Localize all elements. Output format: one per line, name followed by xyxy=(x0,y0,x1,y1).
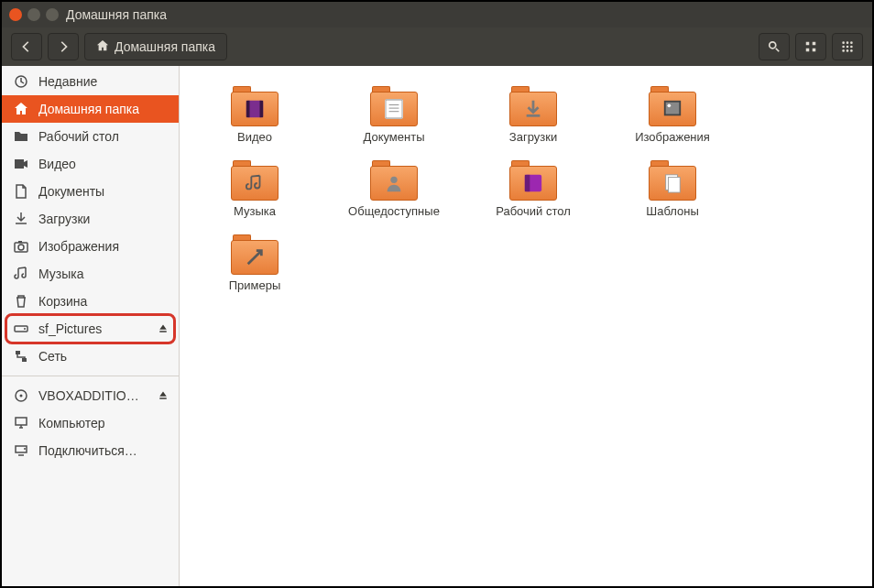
svg-point-9 xyxy=(847,46,849,49)
eject-button[interactable] xyxy=(155,321,171,337)
nav-forward-button[interactable] xyxy=(48,33,79,60)
folder-видео[interactable]: Видео xyxy=(187,82,322,147)
svg-point-27 xyxy=(24,448,26,450)
drive-icon xyxy=(13,321,29,337)
svg-point-17 xyxy=(18,245,24,250)
sidebar-item-домашняя-папка[interactable]: Домашняя папка xyxy=(2,95,179,123)
sidebar-item-sf-pictures[interactable]: sf_Pictures xyxy=(2,315,179,343)
folder-icon xyxy=(229,160,280,201)
sidebar-item-видео[interactable]: Видео xyxy=(2,150,179,178)
svg-rect-1 xyxy=(806,42,810,46)
svg-point-24 xyxy=(20,395,23,397)
svg-rect-18 xyxy=(18,241,22,243)
svg-point-12 xyxy=(847,49,849,52)
folder-icon xyxy=(368,86,420,126)
music-icon xyxy=(13,266,29,282)
folder-label: Шаблоны xyxy=(646,204,699,218)
sidebar: НедавниеДомашняя папкаРабочий столВидеоД… xyxy=(2,66,180,586)
folder-icon xyxy=(368,160,420,201)
sidebar-item-документы[interactable]: Документы xyxy=(2,178,179,205)
svg-rect-21 xyxy=(16,351,20,354)
svg-point-38 xyxy=(390,176,397,182)
folder-изображения[interactable]: Изображения xyxy=(605,82,740,147)
video-icon xyxy=(13,156,29,172)
path-button[interactable]: Домашняя папка xyxy=(84,33,227,60)
sidebar-item-label: Подключиться… xyxy=(38,443,171,458)
svg-rect-22 xyxy=(22,358,27,362)
folder-label: Музыка xyxy=(234,204,276,218)
window-maximize-button[interactable] xyxy=(46,8,59,21)
sidebar-item-label: Загрузки xyxy=(38,212,171,226)
folder-label: Общедоступные xyxy=(348,204,440,218)
svg-point-8 xyxy=(842,46,845,49)
svg-rect-3 xyxy=(813,42,816,46)
sidebar-item-label: Недавние xyxy=(38,74,171,89)
search-button[interactable] xyxy=(759,33,790,60)
svg-rect-15 xyxy=(15,159,24,169)
folder-общедоступные[interactable]: Общедоступные xyxy=(326,157,462,222)
sidebar-item-недавние[interactable]: Недавние xyxy=(2,68,179,95)
svg-rect-40 xyxy=(525,174,530,191)
folder-label: Загрузки xyxy=(509,130,557,144)
view-grid-button[interactable] xyxy=(832,33,863,60)
sidebar-item-музыка[interactable]: Музыка xyxy=(2,260,179,288)
sidebar-item-label: Рабочий стол xyxy=(38,129,171,144)
svg-point-10 xyxy=(850,46,853,49)
svg-rect-42 xyxy=(668,177,680,192)
folder-загрузки[interactable]: Загрузки xyxy=(465,82,601,147)
folder-label: Изображения xyxy=(635,130,710,144)
folder-icon xyxy=(229,86,280,126)
window-title: Домашняя папка xyxy=(66,7,167,22)
computer-icon xyxy=(13,415,29,431)
sidebar-item-label: Видео xyxy=(38,157,171,171)
sidebar-item-label: Домашняя папка xyxy=(38,102,171,116)
trash-icon xyxy=(13,293,29,310)
window-minimize-button[interactable] xyxy=(27,8,40,21)
folder-шаблоны[interactable]: Шаблоны xyxy=(605,157,740,222)
folder-label: Документы xyxy=(363,130,424,144)
path-label: Домашняя папка xyxy=(115,39,215,54)
sidebar-item-компьютер[interactable]: Компьютер xyxy=(2,409,179,437)
folder-label: Видео xyxy=(237,130,272,144)
sidebar-item-label: Документы xyxy=(38,184,171,199)
window-close-button[interactable] xyxy=(9,8,22,21)
svg-point-7 xyxy=(850,41,853,44)
folder-label: Рабочий стол xyxy=(496,204,571,218)
home-icon xyxy=(13,101,29,117)
sidebar-item-сеть[interactable]: Сеть xyxy=(2,343,179,370)
folder-icon xyxy=(508,86,559,126)
svg-rect-25 xyxy=(16,418,27,425)
sidebar-item-label: Компьютер xyxy=(38,416,171,430)
folder-label: Примеры xyxy=(229,278,281,292)
svg-point-0 xyxy=(770,42,776,49)
sidebar-separator xyxy=(2,376,179,376)
folder-рабочий-стол[interactable]: Рабочий стол xyxy=(465,157,601,222)
svg-rect-29 xyxy=(246,100,250,116)
svg-point-5 xyxy=(842,41,845,44)
sidebar-item-загрузки[interactable]: Загрузки xyxy=(2,205,179,233)
eject-button[interactable] xyxy=(155,387,171,404)
sidebar-item-подключиться-[interactable]: Подключиться… xyxy=(2,437,179,464)
camera-icon xyxy=(13,238,29,255)
nav-back-button[interactable] xyxy=(11,33,42,60)
svg-rect-4 xyxy=(813,49,816,52)
folder-icon xyxy=(13,128,29,145)
sidebar-item-изображения[interactable]: Изображения xyxy=(2,233,179,260)
folder-документы[interactable]: Документы xyxy=(326,82,462,147)
home-icon xyxy=(96,39,109,55)
sidebar-item-корзина[interactable]: Корзина xyxy=(2,288,179,315)
svg-rect-30 xyxy=(260,100,264,116)
titlebar: Домашняя папка xyxy=(2,2,872,27)
folder-icon xyxy=(229,234,280,275)
sidebar-item-vboxadditio-[interactable]: VBOXADDITIO… xyxy=(2,382,179,409)
svg-rect-36 xyxy=(666,102,680,114)
view-list-button[interactable] xyxy=(795,33,826,60)
document-icon xyxy=(13,183,29,200)
svg-rect-2 xyxy=(806,49,810,52)
sidebar-item-label: Сеть xyxy=(38,349,171,364)
sidebar-item-рабочий-стол[interactable]: Рабочий стол xyxy=(2,123,179,150)
sidebar-item-label: Изображения xyxy=(38,239,171,254)
folder-примеры[interactable]: Примеры xyxy=(187,231,322,296)
disc-icon xyxy=(13,387,29,404)
folder-музыка[interactable]: Музыка xyxy=(187,157,322,222)
